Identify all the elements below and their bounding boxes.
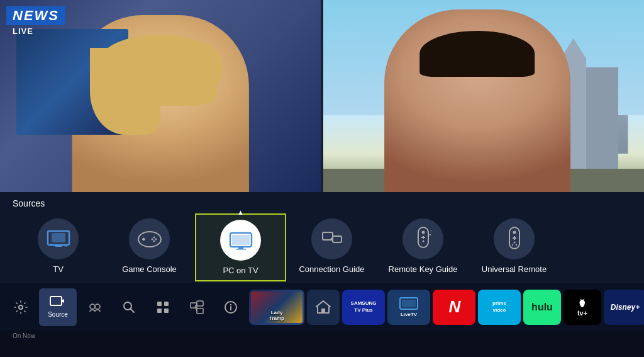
source-remote-key-guide[interactable]: ? Remote Key Guide <box>377 213 469 279</box>
game-console-icon-circle <box>129 218 170 259</box>
svg-point-51 <box>230 303 231 305</box>
prime-label: primevideo <box>492 300 506 314</box>
apple-icon <box>577 298 587 309</box>
source-icon <box>50 296 66 310</box>
remote-key-guide-icon: ? <box>414 226 432 252</box>
pc-on-tv-icon <box>228 230 254 251</box>
tv-icon: Samsung <box>47 230 70 249</box>
svg-point-33 <box>19 305 23 309</box>
sources-panel: Sources Samsung TV <box>0 192 644 283</box>
svg-point-32 <box>515 244 516 245</box>
svg-rect-1 <box>52 233 65 242</box>
svg-point-30 <box>513 241 515 243</box>
svg-point-36 <box>90 304 95 309</box>
apple-tv-label: tv+ <box>577 309 587 317</box>
app-tile-prime-video[interactable]: primevideo <box>478 290 521 325</box>
lady-tramp-thumbnail: LadyTramp <box>251 292 303 323</box>
svg-rect-53 <box>321 309 325 313</box>
svg-rect-43 <box>164 309 169 313</box>
pc-on-tv-label: PC on TV <box>223 266 258 275</box>
app-tiles: LadyTramp SAMSUNGTV Plus LiveTV N <box>249 290 644 325</box>
svg-point-23 <box>422 240 424 242</box>
multiview-button[interactable] <box>79 288 111 326</box>
netflix-logo: N <box>449 297 460 317</box>
info-button[interactable] <box>215 288 247 326</box>
svg-point-8 <box>155 238 157 240</box>
app-tile-samsung-tv-plus[interactable]: SAMSUNGTV Plus <box>342 290 385 325</box>
app-tile-hulu[interactable]: hulu <box>523 290 561 325</box>
game-console-label: Game Console <box>122 264 177 274</box>
source-tv[interactable]: Samsung TV <box>13 213 104 279</box>
svg-rect-14 <box>236 249 246 250</box>
hulu-logo: hulu <box>531 302 553 313</box>
gamepad-icon <box>136 230 163 249</box>
on-now-label: On Now <box>13 332 35 339</box>
app-tile-live-tv[interactable]: LiveTV <box>387 290 430 325</box>
app-tile-disney-plus[interactable]: Disney+ <box>604 290 644 325</box>
svg-rect-55 <box>402 300 416 307</box>
svg-point-10 <box>153 240 155 242</box>
remote-key-guide-label: Remote Key Guide <box>389 264 458 274</box>
live-tv-icon <box>399 297 419 312</box>
sources-label: Sources <box>13 198 631 208</box>
svg-line-39 <box>131 309 135 312</box>
svg-text:Samsung: Samsung <box>50 243 67 247</box>
app-tile-home[interactable] <box>307 290 340 325</box>
connection-guide-label: Connection Guide <box>299 264 364 274</box>
video-left: NEWS LIVE <box>0 0 321 192</box>
source-button[interactable]: Source <box>39 288 77 326</box>
svg-rect-45 <box>197 301 203 306</box>
app-tile-lady-tramp[interactable]: LadyTramp <box>249 290 304 325</box>
svg-rect-46 <box>197 309 203 314</box>
source-label: Source <box>48 311 68 318</box>
source-game-console[interactable]: Game Console <box>104 213 195 279</box>
pc-on-tv-icon-circle <box>220 220 261 261</box>
svg-rect-12 <box>232 235 250 245</box>
share-button[interactable] <box>181 288 213 326</box>
remote-key-guide-icon-circle: ? <box>402 218 443 259</box>
svg-text:?: ? <box>431 230 432 234</box>
svg-point-20 <box>421 230 425 234</box>
svg-rect-34 <box>50 297 62 305</box>
live-text: LIVE <box>6 26 33 36</box>
svg-point-37 <box>95 304 100 309</box>
tv-icon-circle: Samsung <box>38 218 79 259</box>
lady-tramp-title: LadyTramp <box>269 310 284 322</box>
connection-guide-icon <box>320 227 344 251</box>
news-label-box: NEWS <box>6 6 65 25</box>
settings-button[interactable] <box>5 288 36 326</box>
svg-point-7 <box>153 236 155 238</box>
person-left-hair-side <box>90 48 160 134</box>
apps-grid-icon <box>156 300 170 314</box>
app-tile-apple-tv[interactable]: tv+ <box>564 290 601 325</box>
universal-remote-icon-circle <box>494 218 535 259</box>
apps-button[interactable] <box>147 288 179 326</box>
svg-point-4 <box>138 232 161 247</box>
tv-label: TV <box>53 264 64 274</box>
home-icon <box>315 299 331 315</box>
svg-rect-16 <box>333 236 341 242</box>
live-tv-label: LiveTV <box>401 312 417 317</box>
news-text: NEWS <box>13 8 59 23</box>
source-connection-guide[interactable]: Connection Guide <box>286 213 377 279</box>
universal-remote-label: Universal Remote <box>482 264 547 274</box>
multiview-icon <box>87 300 103 314</box>
search-button[interactable] <box>113 288 145 326</box>
svg-rect-41 <box>164 302 169 306</box>
on-now-bar: On Now <box>0 331 644 341</box>
svg-rect-40 <box>157 302 162 306</box>
settings-icon <box>13 300 28 315</box>
svg-rect-42 <box>157 309 162 313</box>
source-pc-on-tv[interactable]: ▲ PC on TV <box>195 213 286 281</box>
sources-items: Samsung TV Game Console ▲ <box>13 213 631 281</box>
disney-logo: Disney+ <box>611 303 640 312</box>
search-icon <box>122 300 136 314</box>
svg-rect-13 <box>238 247 243 249</box>
source-universal-remote[interactable]: Universal Remote <box>469 213 560 279</box>
app-tile-netflix[interactable]: N <box>433 290 475 325</box>
bottom-bar: Source <box>0 283 644 331</box>
connection-guide-icon-circle <box>311 218 352 259</box>
video-right <box>323 0 644 192</box>
news-badge: NEWS LIVE <box>6 6 65 36</box>
samsung-tv-label: SAMSUNGTV Plus <box>351 300 377 314</box>
